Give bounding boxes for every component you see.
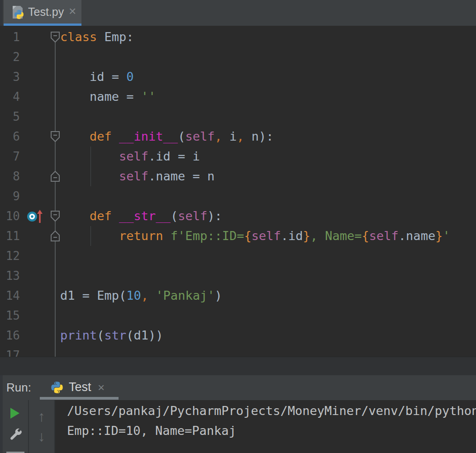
code-text[interactable]: self.id = i bbox=[60, 146, 200, 166]
fold-start-icon[interactable] bbox=[50, 31, 61, 43]
python-icon bbox=[51, 381, 63, 394]
code-text[interactable]: def __str__(self): bbox=[60, 206, 222, 226]
line-number[interactable]: 9 bbox=[0, 186, 20, 206]
line-number[interactable]: 8 bbox=[0, 166, 20, 186]
code-line: 12 bbox=[0, 246, 476, 266]
run-console-output[interactable]: /Users/pankaj/PycharmProjects/MoneyMiner… bbox=[55, 400, 476, 453]
line-number[interactable]: 1 bbox=[0, 27, 20, 47]
window-left-edge bbox=[0, 0, 3, 26]
override-method-icon[interactable] bbox=[26, 209, 45, 224]
editor-console-splitter[interactable] bbox=[0, 357, 476, 375]
code-line: 13 bbox=[0, 266, 476, 286]
run-tab-underline bbox=[40, 397, 119, 400]
console-line: Emp::ID=10, Name=Pankaj bbox=[67, 421, 236, 441]
code-line: 16print(str(d1)) bbox=[0, 326, 476, 345]
console-line: /Users/pankaj/PycharmProjects/MoneyMiner… bbox=[67, 401, 476, 421]
up-arrow-icon[interactable]: ↑ bbox=[29, 406, 54, 426]
line-number[interactable]: 2 bbox=[0, 47, 20, 67]
code-line: 3 id = 0 bbox=[0, 67, 476, 87]
line-number[interactable]: 3 bbox=[0, 67, 20, 87]
run-tool-window-header: Run: Test × bbox=[0, 375, 476, 400]
code-text[interactable]: class Emp: bbox=[60, 27, 134, 47]
run-toolbar bbox=[3, 400, 28, 453]
line-number[interactable]: 14 bbox=[0, 286, 20, 306]
python-file-icon bbox=[10, 5, 24, 20]
line-number[interactable]: 10 bbox=[0, 206, 20, 226]
code-text[interactable]: return f'Emp::ID={self.id}, Name={self.n… bbox=[60, 226, 450, 246]
fold-start-icon[interactable] bbox=[50, 210, 61, 222]
code-text[interactable]: print(str(d1)) bbox=[60, 326, 163, 345]
window-left-edge bbox=[0, 375, 3, 400]
line-number[interactable]: 4 bbox=[0, 87, 20, 107]
code-editor[interactable]: 1class Emp:23 id = 04 name = ''56 def __… bbox=[0, 26, 476, 357]
line-number[interactable]: 7 bbox=[0, 146, 20, 166]
close-icon[interactable]: × bbox=[69, 0, 76, 23]
console-nav-toolbar: ↑ ↓ bbox=[29, 400, 54, 453]
line-number[interactable]: 12 bbox=[0, 246, 20, 266]
code-text[interactable]: def __init__(self, i, n): bbox=[60, 127, 274, 146]
code-line: 14d1 = Emp(10, 'Pankaj') bbox=[0, 286, 476, 306]
fold-end-icon[interactable] bbox=[50, 170, 61, 183]
settings-icon[interactable] bbox=[9, 427, 23, 441]
code-line: 15 bbox=[0, 306, 476, 326]
code-line: 1class Emp: bbox=[0, 27, 476, 47]
rerun-button[interactable] bbox=[10, 407, 20, 419]
line-number[interactable]: 15 bbox=[0, 306, 20, 326]
run-label: Run: bbox=[6, 375, 31, 400]
code-line: 2 bbox=[0, 47, 476, 67]
tab-title: Test.py bbox=[28, 0, 64, 24]
editor-tab-bar: Test.py × bbox=[0, 0, 476, 26]
code-line: 6 def __init__(self, i, n): bbox=[0, 127, 476, 146]
line-number[interactable]: 13 bbox=[0, 266, 20, 286]
close-icon[interactable]: × bbox=[98, 376, 105, 400]
line-number[interactable]: 17 bbox=[0, 345, 20, 357]
code-text[interactable]: id = 0 bbox=[60, 67, 134, 87]
code-text[interactable]: d1 = Emp(10, 'Pankaj') bbox=[60, 286, 222, 306]
code-line: 10 def __str__(self): bbox=[0, 206, 476, 226]
line-number[interactable]: 11 bbox=[0, 226, 20, 246]
code-line: 17 bbox=[0, 345, 476, 357]
code-line: 11 return f'Emp::ID={self.id}, Name={sel… bbox=[0, 226, 476, 246]
fold-start-icon[interactable] bbox=[50, 130, 61, 143]
code-line: 8 self.name = n bbox=[0, 166, 476, 186]
run-tab-title: Test bbox=[69, 375, 91, 399]
line-number[interactable]: 5 bbox=[0, 107, 20, 127]
run-console-area: ↑ ↓ /Users/pankaj/PycharmProjects/MoneyM… bbox=[0, 400, 476, 453]
code-line: 9 bbox=[0, 186, 476, 206]
run-tab-test[interactable]: Test × bbox=[40, 375, 119, 400]
line-number[interactable]: 6 bbox=[0, 127, 20, 146]
code-text[interactable]: self.name = n bbox=[60, 166, 214, 186]
code-line: 5 bbox=[0, 107, 476, 127]
code-lines: 1class Emp:23 id = 04 name = ''56 def __… bbox=[0, 27, 476, 357]
down-arrow-icon[interactable]: ↓ bbox=[29, 426, 54, 446]
line-number[interactable]: 16 bbox=[0, 326, 20, 345]
fold-end-icon[interactable] bbox=[50, 230, 61, 242]
code-line: 7 self.id = i bbox=[0, 146, 476, 166]
code-line: 4 name = '' bbox=[0, 87, 476, 107]
tab-test-py[interactable]: Test.py × bbox=[4, 0, 81, 26]
code-text[interactable]: name = '' bbox=[60, 87, 156, 107]
pycharm-window: Test.py × 1class Emp:23 id = 04 name = '… bbox=[0, 0, 476, 453]
